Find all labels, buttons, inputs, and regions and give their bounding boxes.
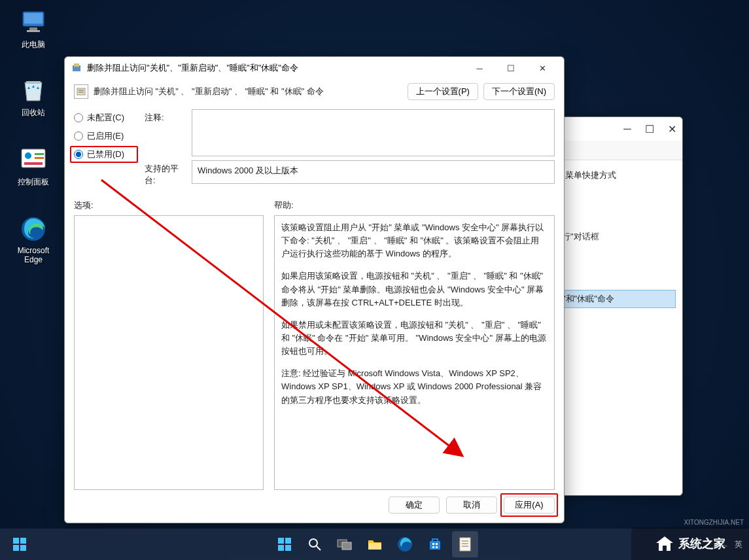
svg-rect-4 [26, 81, 41, 84]
minimize-button[interactable]: ─ [622, 124, 633, 134]
policy-item-icon [74, 84, 88, 99]
options-label: 选项: [74, 200, 264, 211]
close-button[interactable]: ✕ [527, 58, 557, 78]
list-item[interactable]: 眠"和"休眠"命令 [549, 290, 676, 308]
help-paragraph: 如果禁用或未配置该策略设置，电源按钮和 "关机" 、 "重启" 、 "睡眠" 和… [281, 319, 548, 358]
next-setting-button[interactable]: 下一个设置(N) [483, 83, 555, 100]
help-text-box[interactable]: 该策略设置阻止用户从 "开始" 菜单或 "Windows 安全中心" 屏幕执行以… [274, 215, 555, 490]
maximize-button[interactable]: ☐ [644, 124, 655, 134]
monitor-icon [19, 8, 48, 37]
svg-rect-36 [460, 538, 470, 551]
store-button[interactable] [422, 531, 448, 557]
search-button[interactable] [302, 531, 328, 557]
highlight-box: 应用(A) [500, 493, 558, 517]
policy-settings-dialog: 删除并阻止访问"关机"、"重新启动"、"睡眠"和"休眠"命令 ─ ☐ ✕ 删除并… [64, 56, 565, 523]
radio-input[interactable] [74, 131, 83, 141]
svg-rect-13 [77, 88, 85, 95]
start-button[interactable] [271, 531, 298, 557]
svg-rect-22 [285, 538, 291, 544]
ok-button[interactable]: 确定 [389, 497, 440, 514]
apply-button[interactable]: 应用(A) [504, 497, 555, 514]
svg-rect-19 [13, 545, 19, 551]
svg-rect-9 [24, 162, 43, 165]
svg-rect-17 [13, 538, 19, 544]
svg-rect-3 [27, 30, 40, 32]
minimize-button[interactable]: ─ [464, 58, 495, 78]
edge-button[interactable] [392, 531, 418, 557]
notepad-button[interactable] [452, 531, 478, 557]
radio-label: 未配置(C) [87, 112, 124, 124]
titlebar[interactable]: 删除并阻止访问"关机"、"重新启动"、"睡眠"和"休眠"命令 ─ ☐ ✕ [65, 57, 564, 79]
svg-rect-2 [29, 27, 37, 30]
edge-icon [19, 215, 48, 243]
radio-label: 已禁用(D) [87, 149, 124, 160]
desktop-icon-edge[interactable]: Microsoft Edge [9, 215, 58, 264]
svg-rect-18 [20, 538, 26, 544]
list-item[interactable]: 始"菜单快捷方式 [549, 167, 676, 184]
comment-textarea[interactable] [192, 109, 555, 156]
maximize-button[interactable]: ☐ [496, 58, 526, 78]
svg-rect-23 [278, 545, 284, 551]
icon-label: 控制面板 [18, 177, 49, 188]
radio-disabled[interactable]: 已禁用(D) [74, 149, 134, 160]
watermark-text: XITONGZHIJIA.NET [684, 519, 744, 526]
icon-label: Microsoft Edge [9, 246, 58, 264]
svg-rect-20 [20, 545, 26, 551]
highlight-box: 已禁用(D) [70, 146, 138, 163]
svg-rect-24 [285, 545, 291, 551]
radio-enabled[interactable]: 已启用(E) [74, 130, 134, 142]
svg-rect-12 [74, 63, 79, 67]
icon-label: 回收站 [22, 107, 45, 118]
logo-text: 系统之家 [678, 536, 725, 551]
svg-rect-35 [436, 546, 438, 548]
previous-setting-button[interactable]: 上一个设置(P) [408, 83, 478, 100]
desktop-icon-control-panel[interactable]: 控制面板 [9, 145, 58, 188]
svg-rect-29 [368, 543, 381, 550]
svg-rect-28 [342, 542, 351, 550]
svg-rect-33 [436, 543, 438, 545]
platform-label: 支持的平台: [145, 160, 186, 186]
list-item[interactable]: 运行"对话框 [549, 228, 676, 245]
svg-rect-1 [24, 13, 43, 24]
help-paragraph: 注意: 经过验证与 Microsoft Windows Vista、Window… [281, 367, 548, 406]
options-box [74, 215, 264, 490]
comment-label: 注释: [145, 109, 186, 156]
close-button[interactable]: ✕ [667, 124, 677, 134]
recycle-bin-icon [19, 76, 48, 105]
svg-rect-8 [35, 157, 44, 159]
task-view-button[interactable] [332, 531, 358, 557]
icon-label: 此电脑 [22, 39, 45, 50]
cancel-button[interactable]: 取消 [446, 497, 497, 514]
svg-rect-34 [432, 546, 434, 548]
svg-rect-31 [430, 541, 440, 550]
svg-point-6 [25, 152, 31, 159]
file-explorer-button[interactable] [362, 531, 388, 557]
svg-point-25 [309, 539, 317, 547]
policy-title: 删除并阻止访问 "关机" 、 "重新启动" 、 "睡眠" 和 "休眠" 命令 [94, 86, 402, 97]
dialog-title: 删除并阻止访问"关机"、"重新启动"、"睡眠"和"休眠"命令 [87, 62, 464, 74]
watermark-logo: 系统之家 [631, 527, 749, 560]
policy-icon [71, 63, 82, 73]
help-label: 帮助: [274, 200, 555, 211]
desktop-icon-this-pc[interactable]: 此电脑 [9, 8, 58, 50]
svg-rect-21 [278, 538, 284, 544]
control-panel-icon [19, 145, 48, 174]
help-paragraph: 该策略设置阻止用户从 "开始" 菜单或 "Windows 安全中心" 屏幕执行以… [281, 221, 548, 260]
supported-platform-box: Windows 2000 及以上版本 [192, 160, 555, 184]
svg-rect-7 [35, 153, 44, 155]
svg-line-26 [317, 546, 321, 550]
desktop-icon-recycle-bin[interactable]: 回收站 [9, 76, 58, 118]
radio-input[interactable] [74, 150, 83, 159]
widgets-button[interactable] [7, 531, 33, 557]
radio-label: 已启用(E) [87, 130, 124, 142]
svg-rect-32 [432, 543, 434, 545]
radio-not-configured[interactable]: 未配置(C) [74, 112, 134, 124]
help-paragraph: 如果启用该策略设置，电源按钮和 "关机" 、 "重启" 、 "睡眠" 和 "休眠… [281, 270, 548, 309]
radio-input[interactable] [74, 113, 83, 122]
